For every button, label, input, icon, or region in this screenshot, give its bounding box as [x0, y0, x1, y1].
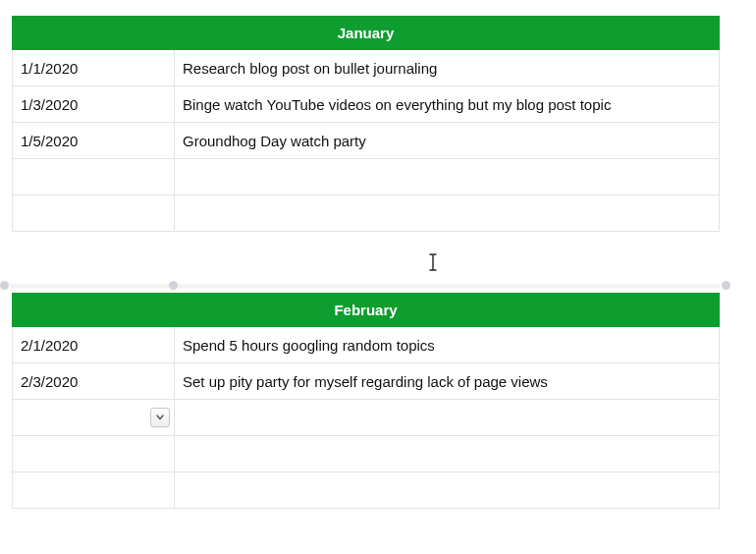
cell-dropdown-button[interactable] [150, 408, 170, 427]
month-table-february[interactable]: February 2/1/2020 Spend 5 hours googling… [12, 293, 720, 509]
task-cell[interactable] [175, 436, 720, 472]
table-row[interactable]: 1/5/2020 Groundhog Day watch party [13, 123, 720, 159]
document-page: January 1/1/2020 Research blog post on b… [0, 0, 756, 509]
date-cell[interactable]: 1/5/2020 [13, 123, 175, 159]
date-cell[interactable]: 2/1/2020 [13, 327, 175, 363]
task-cell[interactable]: Research blog post on bullet journaling [175, 50, 720, 86]
table-row[interactable] [13, 472, 720, 509]
task-cell[interactable]: Set up pity party for myself regarding l… [175, 363, 720, 400]
table-row[interactable]: 2/3/2020 Set up pity party for myself re… [13, 363, 720, 400]
task-cell[interactable]: Groundhog Day watch party [175, 123, 720, 159]
selection-top-bar [10, 284, 721, 288]
month-header: January [13, 17, 720, 50]
date-cell[interactable] [13, 436, 175, 472]
date-cell[interactable] [13, 159, 175, 195]
date-cell[interactable]: 1/3/2020 [13, 86, 175, 123]
date-cell[interactable] [13, 195, 175, 232]
task-cell[interactable]: Binge watch YouTube videos on everything… [175, 86, 720, 123]
table-row[interactable] [13, 436, 720, 472]
table-row[interactable]: 1/1/2020 Research blog post on bullet jo… [13, 50, 720, 86]
table-row[interactable] [13, 159, 720, 195]
month-header: February [13, 294, 720, 327]
text-cursor-icon [428, 253, 440, 271]
date-cell[interactable]: 1/1/2020 [13, 50, 175, 86]
table-row[interactable]: 2/1/2020 Spend 5 hours googling random t… [13, 327, 720, 363]
task-cell[interactable] [175, 159, 720, 195]
task-cell[interactable] [175, 195, 720, 232]
date-cell[interactable]: 2/3/2020 [13, 363, 175, 400]
month-table-january[interactable]: January 1/1/2020 Research blog post on b… [12, 16, 720, 232]
month-table-february-wrap: February 2/1/2020 Spend 5 hours googling… [12, 293, 719, 509]
selection-handle-icon[interactable] [0, 281, 9, 290]
table-row[interactable] [13, 400, 720, 436]
task-cell[interactable] [175, 472, 720, 509]
task-cell[interactable] [175, 400, 720, 436]
chevron-down-icon [156, 415, 164, 420]
date-cell[interactable] [13, 400, 175, 436]
task-cell[interactable]: Spend 5 hours googling random topics [175, 327, 720, 363]
date-cell[interactable] [13, 472, 175, 509]
table-row[interactable] [13, 195, 720, 232]
table-row[interactable]: 1/3/2020 Binge watch YouTube videos on e… [13, 86, 720, 123]
